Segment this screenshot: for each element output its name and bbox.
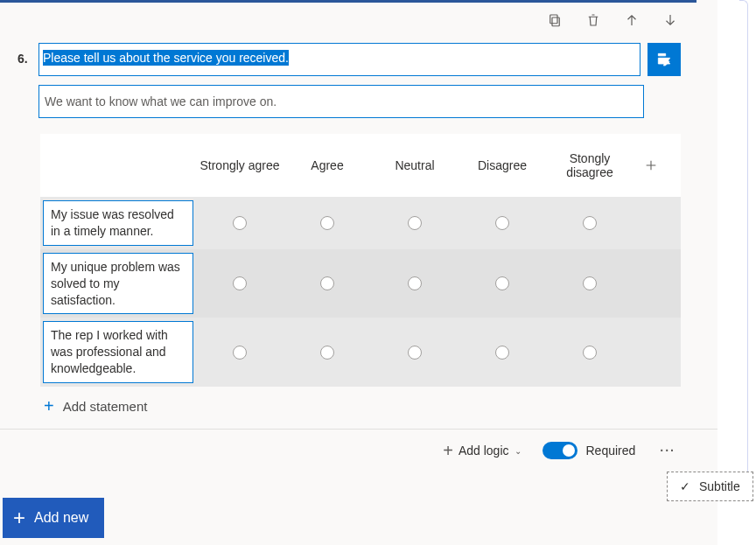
radio-option[interactable] [233,216,247,230]
radio-option[interactable] [583,276,597,290]
add-column-button[interactable] [634,158,668,172]
add-new-button[interactable]: + Add new [3,498,104,538]
add-logic-label: Add logic [458,444,509,458]
radio-option[interactable] [408,216,422,230]
add-logic-button[interactable]: + Add logic ⌄ [443,442,521,459]
likert-grid: Strongly agree Agree Neutral Disagree St… [40,134,681,387]
radio-option[interactable] [583,216,597,230]
radio-option[interactable] [320,216,334,230]
statement-input[interactable]: The rep I worked with was professional a… [43,321,193,383]
radio-option[interactable] [408,276,422,290]
add-new-label: Add new [34,510,88,526]
table-row: My issue was resolved in a timely manner… [40,197,681,249]
question-title-text: Please tell us about the service you rec… [43,50,289,66]
column-header[interactable]: Strongly agree [196,158,284,172]
table-row: The rep I worked with was professional a… [40,318,681,387]
plus-icon: + [443,442,453,459]
add-statement-label: Add statement [63,399,148,414]
question-title-input[interactable]: Please tell us about the service you rec… [38,43,640,76]
more-button[interactable]: ··· [656,444,679,458]
arrow-up-icon[interactable] [623,11,640,29]
question-card: 6. Please tell us about the service you … [0,3,696,429]
chevron-down-icon: ⌄ [514,446,522,456]
svg-rect-1 [550,15,557,24]
column-header[interactable]: Disagree [458,158,546,172]
radio-option[interactable] [320,276,334,290]
required-label: Required [586,444,636,458]
column-header[interactable]: Stongly disagree [546,151,634,179]
add-statement-button[interactable]: + Add statement [44,397,696,429]
trash-icon[interactable] [584,11,602,29]
table-row: My unique problem was solved to my satis… [40,249,681,318]
radio-option[interactable] [495,346,509,360]
plus-icon: + [13,507,25,528]
question-number: 6. [18,43,38,66]
question-subtitle-input[interactable] [38,85,644,118]
arrow-down-icon[interactable] [662,11,679,29]
grid-header-row: Strongly agree Agree Neutral Disagree St… [40,134,681,197]
card-toolbar [0,3,696,32]
statement-input[interactable]: My unique problem was solved to my satis… [43,253,193,315]
radio-option[interactable] [320,346,334,360]
radio-option[interactable] [583,346,597,360]
radio-option[interactable] [233,346,247,360]
svg-rect-0 [552,17,559,26]
radio-option[interactable] [233,276,247,290]
plus-icon: + [44,397,54,415]
card-footer: + Add logic ⌄ Required ··· [0,430,696,472]
column-header[interactable]: Neutral [371,158,458,172]
column-header[interactable]: Agree [284,158,371,172]
radio-option[interactable] [408,346,422,360]
required-toggle[interactable] [542,442,578,459]
radio-option[interactable] [495,216,509,230]
format-button[interactable] [648,43,681,76]
copy-icon[interactable] [546,11,564,29]
page-edge-decoration [739,0,748,472]
statement-input[interactable]: My issue was resolved in a timely manner… [43,200,193,246]
check-icon: ✓ [680,479,690,493]
subtitle-menu-item[interactable]: ✓ Subtitle [667,472,753,501]
radio-option[interactable] [495,276,509,290]
subtitle-menu-label: Subtitle [699,479,740,493]
